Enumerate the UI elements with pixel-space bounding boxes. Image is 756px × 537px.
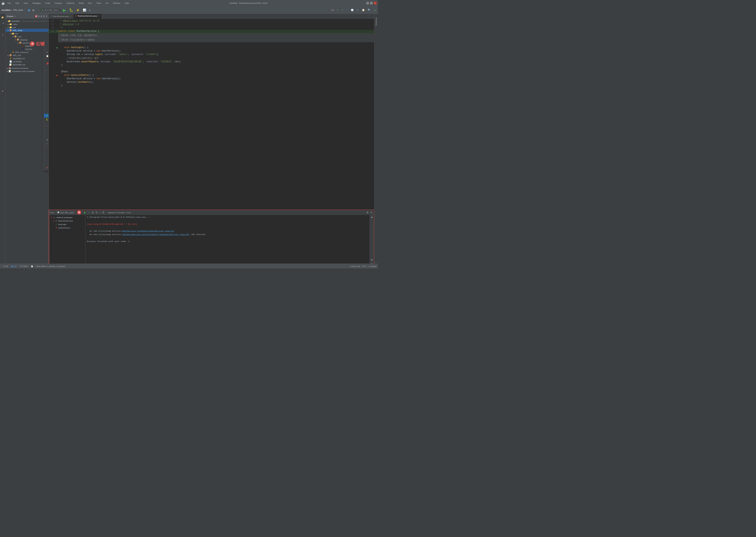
cm-mark-dir[interactable]: Mark Directory as ▶ — [44, 154, 49, 158]
tree-item-out[interactable]: ▶ 📁 out — [6, 26, 49, 29]
menu-edit[interactable]: Edit — [14, 2, 20, 5]
tab-user-service[interactable]: C UserService.java ✕ — [49, 14, 73, 19]
status-tab-todo[interactable]: ☑ TODO — [19, 265, 29, 268]
output-trace1-link[interactable]: UserService.listUsers(UserService.java:2… — [122, 230, 175, 232]
settings-icon[interactable]: ⚙ — [43, 15, 45, 17]
cm-add-favorites[interactable]: Add to Favorites ▶ — [44, 90, 49, 93]
run-panel-stop-button[interactable]: ⊘ — [91, 211, 94, 214]
run-tree-test-login[interactable]: ✓ testLogin — [49, 223, 86, 226]
run-config-dropdown-icon[interactable]: ▾ — [58, 9, 59, 11]
cm-reformat[interactable]: Reformat Code Ctrl+Alt+L — [44, 95, 49, 99]
cm-rebuild-module[interactable]: Rebuild Module 'P01_JUnit' Ctrl+Shift+F9 — [44, 110, 49, 114]
run-tree-default-package[interactable]: ⚠ ▼ <default package> — [49, 216, 86, 219]
cm-open-gitee[interactable]: GOpen on Gitee — [44, 166, 49, 170]
menu-code[interactable]: Code — [44, 2, 52, 5]
cm-find-files[interactable]: Find in Files... Ctrl+Shift+F — [44, 74, 49, 78]
git-history-button[interactable]: 🕐 — [350, 8, 355, 12]
run-panel-sort1-button[interactable]: ⇅ — [95, 211, 98, 214]
git-push-button[interactable]: ↑ — [346, 8, 348, 12]
search-everywhere-button[interactable]: 🔍 — [367, 8, 371, 12]
menu-refactor[interactable]: Refactor — [65, 2, 76, 5]
git-diff-button[interactable]: 📋 — [361, 8, 365, 12]
tree-item-readme[interactable]: 📝 README.md — [6, 63, 49, 66]
profile-button[interactable]: 📊 — [82, 8, 87, 12]
status-tab-git[interactable]: ⎇ Git — [1, 265, 10, 268]
cm-reload-disk[interactable]: ↻Reload from Disk — [44, 138, 49, 142]
tree-item-userService[interactable]: C UserSe... — [6, 47, 49, 51]
run-tree-test-user-service[interactable]: ⚠ ▼ TestUserService — [49, 219, 86, 223]
run-output[interactable]: C:\Program Files\Java\jdk1.8.0_333\bin\j… — [86, 215, 370, 268]
cm-find-usages[interactable]: Find Usages Alt+F7 — [44, 71, 49, 74]
run-configuration-selector[interactable]: ▶ All in P01_JUnit ▾ — [41, 8, 61, 12]
run-panel-close-button[interactable]: ✕ — [370, 211, 373, 214]
favorites-icon[interactable]: ★ — [1, 89, 5, 93]
run-panel-sort2-button[interactable]: ↕ — [99, 211, 101, 214]
commit-icon[interactable]: ⎇ — [1, 21, 5, 25]
run-button[interactable]: ▶ — [62, 7, 67, 13]
run-panel-ok-button[interactable]: ✓ — [88, 211, 90, 214]
cm-git[interactable]: Git ▶ — [44, 134, 49, 138]
scroll-up-button[interactable]: ▲ — [371, 216, 373, 218]
tab-close-user-service[interactable]: ✕ — [70, 15, 71, 17]
cm-more-run-debug[interactable]: More Run/Debug ▶ — [44, 122, 49, 125]
tree-item-com[interactable]: ▼ 📦 com — [6, 35, 49, 38]
run-panel-settings-button[interactable]: ⚙ — [366, 211, 369, 214]
menu-view[interactable]: View — [22, 2, 29, 5]
tree-item-p01-junit[interactable]: ▼ 📦 P01_JUnit — [6, 29, 49, 32]
close-panel-icon[interactable]: ✕ — [46, 15, 47, 17]
menu-analyze[interactable]: Analyze — [53, 2, 63, 5]
menu-file[interactable]: File — [6, 2, 12, 5]
cm-compare-with[interactable]: ↔Compare With... Ctrl+D — [44, 142, 49, 145]
cm-build-module[interactable]: Build Module 'P01_JUnit' — [44, 106, 49, 110]
run-tree-test-list-users[interactable]: ✗ testListUsers — [49, 226, 86, 230]
coverage-button[interactable]: ⚡ — [75, 8, 80, 12]
status-tab-extra[interactable]: 📋 — [29, 265, 35, 268]
menu-git[interactable]: Git — [104, 2, 110, 5]
cm-copy-path[interactable]: Copy Path... ▶ — [44, 58, 49, 62]
git-check-button[interactable]: ✓ — [336, 8, 339, 12]
scroll-down-button[interactable]: ▼ — [371, 259, 373, 261]
project-dropdown-icon[interactable]: ▾ — [15, 15, 16, 18]
menu-tools[interactable]: Tools — [95, 2, 103, 5]
status-event-log[interactable]: 2 Event Log — [350, 265, 360, 268]
tree-item-license[interactable]: 📄 LICENSE — [6, 60, 49, 63]
code-editor[interactable]: 11 * @ModifyDate 2022/9/19 14:14 12 * @V… — [49, 19, 374, 210]
cm-paste[interactable]: 📌Paste Ctrl+V — [44, 62, 49, 66]
cm-path-from-root[interactable]: Path From Repository Root — [44, 66, 49, 70]
maximize-button[interactable]: ☐ — [370, 2, 373, 5]
cm-optimize-imports[interactable]: Optimize Imports Ctrl+Alt+O — [44, 99, 49, 102]
cm-copy[interactable]: 📋Copy Ctrl+C — [44, 54, 49, 58]
cm-run-all-tests[interactable]: ▶ Run 'All Tests' Ctrl+Shift+F10 — [44, 114, 49, 118]
status-branch[interactable]: ⎇ master — [368, 265, 377, 268]
structure-icon[interactable]: ≡ — [1, 33, 5, 36]
cm-remove-bom[interactable]: Remove BOM — [44, 158, 49, 162]
menu-run[interactable]: Run — [87, 2, 93, 5]
tree-item-ext-libs[interactable]: ▶ 📚 External Libraries — [6, 66, 49, 70]
collapse-icon[interactable]: ⊖ — [38, 15, 40, 17]
menu-window[interactable]: Window — [112, 2, 122, 5]
cm-debug-all-tests[interactable]: 🐛Debug 'All Tests' — [44, 118, 49, 122]
tree-item-javaweb[interactable]: ▼ 📁 JavaWeb C:\Programming\Workspace\IDE… — [6, 19, 49, 23]
cm-local-history[interactable]: Local History ▶ — [44, 130, 49, 134]
tree-item-p05-xml[interactable]: ▶ 📦 P05_xml — [6, 54, 49, 57]
minimize-button[interactable]: — — [366, 2, 369, 5]
git-ok-button[interactable]: ✓ — [341, 8, 345, 12]
cm-analyze[interactable]: Analyze ▶ — [44, 82, 49, 86]
cm-open-in[interactable]: Open In ▶ — [44, 126, 49, 130]
cm-refactor[interactable]: Refactor ▶ — [44, 86, 49, 90]
expand-icon[interactable]: ⊕ — [41, 15, 42, 17]
output-trace2-link[interactable]: TestUserService.testListUsers(TestUserSe… — [122, 233, 189, 236]
tab-test-user-service[interactable]: C TestUserService.java ✕ — [73, 14, 102, 19]
git-revert-button[interactable]: ↩ — [356, 8, 360, 12]
forward-button[interactable]: ▶ — [32, 8, 36, 12]
debug-button[interactable]: 🐛 — [68, 8, 74, 12]
cm-load-modules[interactable]: Load/Unload Modules... — [44, 151, 49, 154]
close-button[interactable]: ✕ — [374, 2, 376, 5]
run-panel-play-button[interactable]: ▶ — [84, 211, 87, 214]
tree-item-src[interactable]: ▼ 📂 src — [6, 32, 49, 35]
cm-module-settings[interactable]: Open Module Settings F4 — [44, 147, 49, 151]
status-tab-run[interactable]: ▶ Run — [10, 265, 18, 268]
tree-item-javaweb-iml[interactable]: ⚙ JavaWeb.iml — [6, 57, 49, 60]
cm-diagrams[interactable]: Diagrams ▶ — [44, 162, 49, 166]
menu-help[interactable]: Help — [123, 2, 130, 5]
